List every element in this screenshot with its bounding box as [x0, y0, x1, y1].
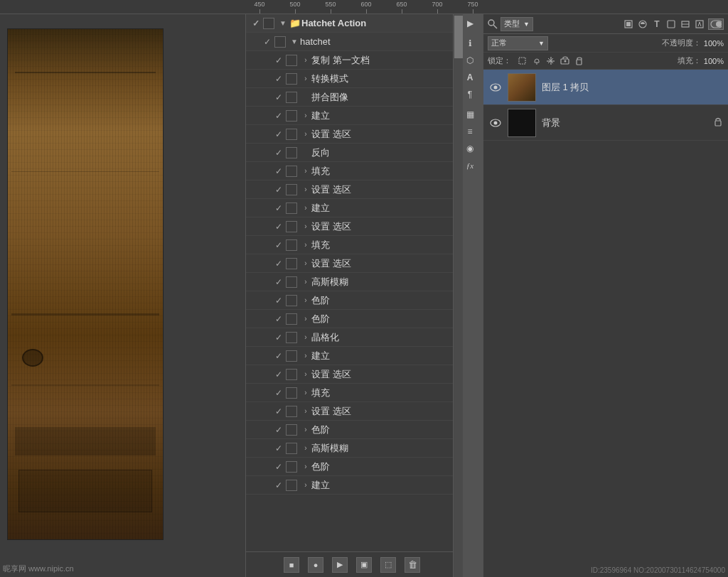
- expand-arrow-icon[interactable]: ›: [300, 130, 311, 138]
- action-checkbox[interactable]: [286, 258, 297, 269]
- action-item[interactable]: ✓ › 复制 第一文档: [246, 51, 458, 70]
- adjustment-filter-icon[interactable]: [637, 18, 648, 30]
- action-checkbox[interactable]: [286, 461, 297, 473]
- expand-arrow-icon[interactable]: ›: [300, 204, 311, 212]
- action-checkbox[interactable]: [286, 276, 297, 288]
- expand-arrow-icon[interactable]: ▼: [277, 19, 289, 27]
- play-tool-icon[interactable]: ▶: [464, 17, 476, 30]
- align-tool-icon[interactable]: ≡: [464, 125, 476, 138]
- grid-tool-icon[interactable]: ▦: [464, 108, 476, 121]
- record-button[interactable]: ●: [308, 557, 323, 573]
- action-checkbox[interactable]: [286, 387, 297, 399]
- polygon-tool-icon[interactable]: ⬡: [464, 54, 476, 67]
- expand-arrow-icon[interactable]: ›: [300, 352, 311, 360]
- action-item[interactable]: ✓ › 色阶: [246, 421, 458, 439]
- lock-transparent-icon[interactable]: [517, 56, 527, 66]
- toggle-filter-icon[interactable]: [708, 18, 724, 30]
- play-button[interactable]: ▶: [332, 557, 348, 573]
- action-item[interactable]: ✓ › 高斯模糊: [246, 273, 458, 291]
- action-checkbox[interactable]: [286, 332, 297, 343]
- layer-row[interactable]: 图层 1 拷贝: [483, 70, 728, 105]
- fx-tool-icon[interactable]: ƒx: [464, 159, 476, 172]
- expand-arrow-icon[interactable]: ›: [300, 370, 311, 378]
- action-checkbox[interactable]: [286, 239, 297, 251]
- lock-artboard-icon[interactable]: [560, 56, 569, 66]
- expand-arrow-icon[interactable]: ›: [300, 56, 311, 64]
- action-checkbox[interactable]: [263, 18, 274, 29]
- layer-visibility-toggle[interactable]: [489, 117, 502, 129]
- expand-arrow-icon[interactable]: ›: [300, 333, 311, 341]
- new-action-button[interactable]: ⬚: [380, 557, 396, 573]
- action-checkbox[interactable]: [286, 480, 297, 491]
- text-tool-icon[interactable]: A: [464, 71, 476, 84]
- action-checkbox[interactable]: [286, 55, 297, 66]
- action-item[interactable]: ✓ › 晶格化: [246, 328, 458, 347]
- expand-arrow-icon[interactable]: ›: [300, 426, 311, 433]
- shape-filter-icon[interactable]: [665, 18, 677, 30]
- actions-scrollbar[interactable]: [453, 14, 463, 577]
- new-set-button[interactable]: ▣: [356, 557, 372, 573]
- circle-tool-icon[interactable]: ◉: [464, 142, 476, 155]
- expand-arrow-icon[interactable]: ›: [300, 481, 311, 489]
- layer-visibility-toggle[interactable]: [489, 81, 502, 94]
- action-item[interactable]: ✓ › 高斯模糊: [246, 439, 458, 458]
- action-checkbox[interactable]: [286, 110, 297, 122]
- expand-arrow-icon[interactable]: ›: [300, 444, 311, 452]
- lock-position-icon[interactable]: [545, 56, 555, 66]
- action-item[interactable]: ✓ › 设置 选区: [246, 180, 458, 199]
- expand-arrow-icon[interactable]: ›: [300, 222, 311, 230]
- action-item[interactable]: ✓ › 转换模式: [246, 70, 458, 88]
- action-item[interactable]: ✓ › 设置 选区: [246, 125, 458, 144]
- layer-row[interactable]: 背景: [483, 105, 728, 141]
- expand-arrow-icon[interactable]: ›: [300, 112, 311, 119]
- action-item[interactable]: ✓ › 设置 选区: [246, 254, 458, 273]
- type-filter-icon[interactable]: T: [651, 18, 663, 30]
- expand-arrow-icon[interactable]: ›: [300, 463, 311, 470]
- action-checkbox[interactable]: [286, 406, 297, 417]
- action-item[interactable]: ✓ › 色阶: [246, 291, 458, 310]
- action-item[interactable]: ✓ › 填充: [246, 384, 458, 402]
- action-checkbox[interactable]: [286, 92, 297, 103]
- lock-all-icon[interactable]: [574, 56, 584, 66]
- action-item[interactable]: ✓ 反向: [246, 144, 458, 162]
- action-checkbox[interactable]: [286, 147, 297, 158]
- pixel-filter-icon[interactable]: [623, 18, 634, 30]
- scrollbar-thumb[interactable]: [454, 16, 463, 58]
- smartobject-filter-icon[interactable]: [680, 18, 691, 30]
- action-checkbox[interactable]: [286, 73, 297, 85]
- action-item[interactable]: ✓ › 设置 选区: [246, 217, 458, 236]
- info-tool-icon[interactable]: ℹ: [464, 37, 476, 50]
- action-checkbox[interactable]: [286, 295, 297, 306]
- action-checkbox[interactable]: [286, 313, 297, 325]
- blend-mode-select[interactable]: 正常 ▼: [488, 36, 548, 50]
- action-item[interactable]: ✓ › 填充: [246, 162, 458, 180]
- stop-button[interactable]: ■: [284, 557, 299, 573]
- action-checkbox[interactable]: [286, 443, 297, 454]
- actions-list[interactable]: ✓ ▼ 📁 Hatchet Action ✓ ▼ hatchet ✓ › 复制 …: [246, 14, 458, 551]
- action-item[interactable]: ✓ › 色阶: [246, 458, 458, 476]
- action-checkbox[interactable]: [286, 129, 297, 140]
- filter-type-select[interactable]: 类型 ▼: [500, 17, 533, 31]
- action-checkbox[interactable]: [286, 166, 297, 177]
- expand-arrow-icon[interactable]: ›: [300, 296, 311, 304]
- action-item[interactable]: ✓ › 建立: [246, 107, 458, 125]
- action-item[interactable]: ✓ › 建立: [246, 347, 458, 365]
- action-checkbox[interactable]: [286, 203, 297, 214]
- expand-arrow-icon[interactable]: ›: [300, 315, 311, 323]
- expand-arrow-icon[interactable]: ›: [300, 389, 311, 397]
- action-checkbox[interactable]: [286, 424, 297, 436]
- lock-paint-icon[interactable]: [531, 56, 541, 66]
- expand-arrow-icon[interactable]: ▼: [289, 38, 300, 45]
- expand-arrow-icon[interactable]: ›: [300, 241, 311, 249]
- expand-arrow-icon[interactable]: ›: [300, 75, 311, 82]
- expand-arrow-icon[interactable]: ›: [300, 407, 311, 415]
- action-group-hatchet[interactable]: ✓ ▼ 📁 Hatchet Action: [246, 14, 458, 33]
- effects-filter-icon[interactable]: [694, 18, 705, 30]
- action-checkbox[interactable]: [286, 184, 297, 195]
- opacity-value[interactable]: 100%: [704, 39, 724, 48]
- action-item[interactable]: ✓ › 色阶: [246, 310, 458, 328]
- action-checkbox[interactable]: [286, 350, 297, 362]
- action-item[interactable]: ✓ › 建立: [246, 476, 458, 495]
- fill-value[interactable]: 100%: [704, 57, 724, 65]
- action-item[interactable]: ✓ 拼合图像: [246, 88, 458, 107]
